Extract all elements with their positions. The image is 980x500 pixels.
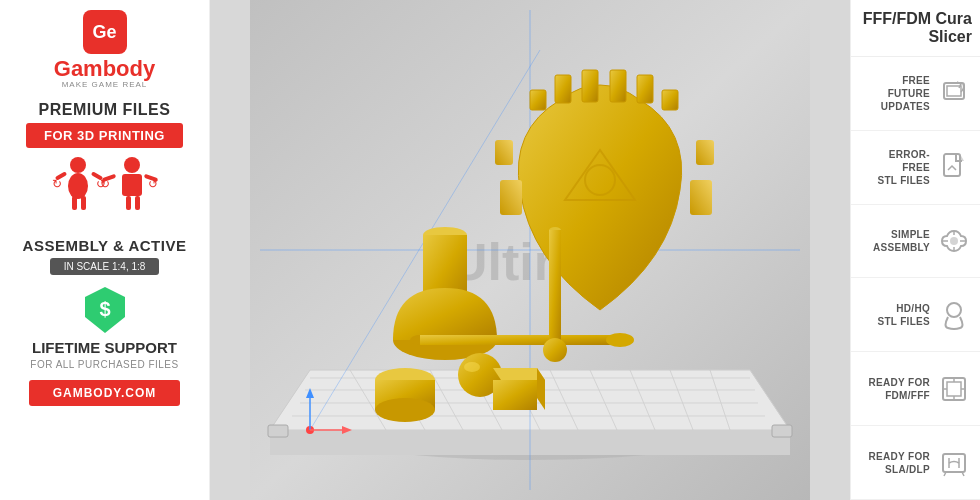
svg-rect-55 — [420, 335, 620, 345]
character-figures-svg: ↻ ↺ ↻ ↺ — [50, 156, 160, 231]
svg-rect-46 — [500, 180, 522, 215]
feature-label-sla: READY FOR SLA/DLP — [869, 450, 930, 476]
svg-rect-40 — [530, 90, 546, 110]
svg-point-57 — [606, 333, 634, 347]
3d-scene-svg: Ultim — [210, 0, 850, 500]
feature-item-stl: ERROR-FREE STL FILES — [851, 131, 980, 205]
brand-name: Gambody — [54, 58, 155, 80]
svg-point-79 — [950, 237, 958, 245]
svg-rect-43 — [610, 70, 626, 102]
feature-icon-stl — [938, 151, 970, 183]
feature-label-hq: HD/HQ STL FILES — [877, 302, 930, 328]
feature-icon-fdm — [938, 373, 970, 405]
svg-rect-45 — [662, 90, 678, 110]
title-bar: FFF/FDM Cura Slicer — [851, 0, 980, 57]
feature-label-stl: ERROR-FREE STL FILES — [861, 148, 930, 187]
support-block: $ LIFETIME SUPPORT FOR ALL PURCHASED FIL… — [8, 285, 201, 370]
svg-point-62 — [543, 338, 567, 362]
svg-point-59 — [464, 362, 480, 372]
svg-rect-64 — [493, 380, 537, 410]
svg-text:$: $ — [99, 298, 110, 320]
brand-tagline: MAKE GAME REAL — [62, 80, 148, 89]
feature-icon-updates — [938, 77, 970, 109]
lifetime-support-text: LIFETIME SUPPORT — [32, 339, 177, 357]
svg-text:↻: ↻ — [100, 177, 110, 191]
svg-text:↻: ↻ — [52, 177, 62, 191]
scale-badge: IN SCALE 1:4, 1:8 — [50, 258, 160, 275]
feature-label-fdm: READY FOR FDM/FFF — [869, 376, 930, 402]
feature-item-updates: FREE FUTURE UPDATES — [851, 57, 980, 131]
svg-rect-69 — [268, 425, 288, 437]
viewport-inner: Ultim — [210, 0, 850, 500]
right-sidebar: FFF/FDM Cura Slicer FREE FUTURE UPDATES … — [850, 0, 980, 500]
feature-label-updates: FREE FUTURE UPDATES — [861, 74, 930, 113]
svg-rect-47 — [690, 180, 712, 215]
svg-rect-9 — [122, 174, 142, 196]
svg-rect-82 — [947, 382, 961, 396]
svg-rect-5 — [81, 196, 86, 210]
left-sidebar: Ge Gambody MAKE GAME REAL PREMIUM FILES … — [0, 0, 210, 500]
svg-rect-12 — [126, 196, 131, 210]
svg-rect-13 — [135, 196, 140, 210]
shield-svg: $ — [83, 285, 127, 335]
svg-rect-49 — [696, 140, 714, 165]
svg-rect-48 — [495, 140, 513, 165]
svg-rect-87 — [943, 454, 965, 472]
svg-rect-61 — [549, 230, 561, 350]
svg-rect-4 — [72, 196, 77, 210]
shield-icon-container: $ — [83, 285, 127, 335]
feature-item-assembly: SIMPLE ASSEMBLY — [851, 205, 980, 279]
feature-icon-sla — [938, 447, 970, 479]
svg-rect-42 — [582, 70, 598, 102]
assembly-label: ASSEMBLY & ACTIVE — [23, 237, 187, 254]
logo-area: Ge Gambody MAKE GAME REAL — [54, 10, 155, 89]
svg-rect-44 — [637, 75, 653, 103]
for-3d-badge: FOR 3D PRINTING — [26, 123, 183, 148]
svg-point-0 — [70, 157, 86, 173]
feature-item-fdm: READY FOR FDM/FFF — [851, 352, 980, 426]
viewport: Ultim — [210, 0, 850, 500]
svg-point-80 — [947, 303, 961, 317]
svg-rect-41 — [555, 75, 571, 103]
feature-item-sla: READY FOR SLA/DLP — [851, 426, 980, 500]
feature-icon-hq — [938, 299, 970, 331]
svg-text:↺: ↺ — [148, 177, 158, 191]
feature-item-hq: HD/HQ STL FILES — [851, 278, 980, 352]
svg-point-8 — [124, 157, 140, 173]
gambody-logo-icon: Ge — [83, 10, 127, 54]
svg-point-1 — [68, 173, 88, 199]
for-purchased-text: FOR ALL PURCHASED FILES — [30, 359, 178, 370]
feature-icon-assembly — [938, 225, 970, 257]
feature-label-assembly: SIMPLE ASSEMBLY — [873, 228, 930, 254]
svg-rect-70 — [772, 425, 792, 437]
character-area: ↻ ↺ ↻ ↺ — [8, 156, 201, 231]
premium-label: PREMIUM FILES — [39, 101, 171, 119]
gambody-btn[interactable]: GAMBODY.COM — [29, 380, 181, 406]
feature-list: FREE FUTURE UPDATES ERROR-FREE STL FILES — [851, 57, 980, 500]
svg-point-68 — [375, 398, 435, 422]
